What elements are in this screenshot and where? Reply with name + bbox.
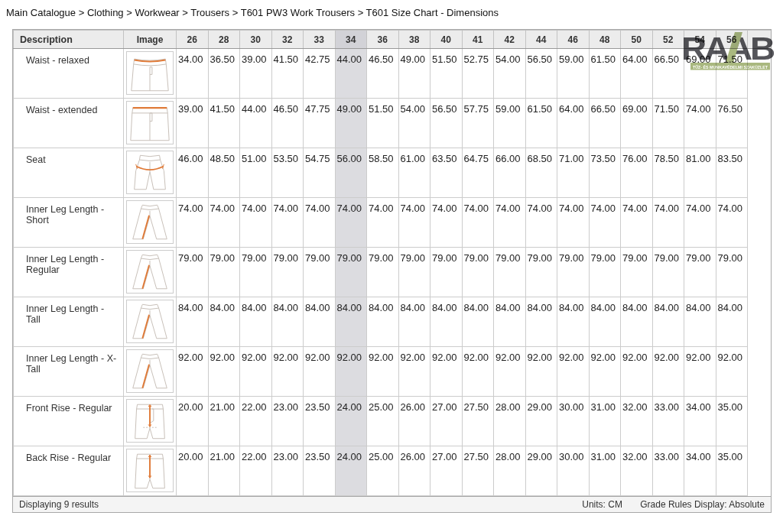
size-value-cell: 92.00 <box>494 347 526 397</box>
size-chart-table: DescriptionImage262830323334363840414244… <box>13 30 771 496</box>
breadcrumb-segment[interactable]: Clothing <box>87 7 124 18</box>
measurement-description: Inner Leg Length - Tall <box>14 297 124 347</box>
size-column-header-33[interactable]: 33 <box>304 31 336 49</box>
size-value-cell: 69.00 <box>621 99 653 148</box>
size-value-cell: 23.00 <box>271 397 304 446</box>
size-value-cell: 34.00 <box>684 446 716 496</box>
size-value-cell: 83.50 <box>716 148 748 198</box>
size-value-cell: 79.00 <box>684 248 716 297</box>
size-column-header-44[interactable]: 44 <box>525 31 557 49</box>
size-column-header-48[interactable]: 48 <box>589 31 621 49</box>
breadcrumb-segment[interactable]: Main Catalogue <box>6 7 76 18</box>
size-value-cell: 69.00 <box>684 49 716 99</box>
size-column-header-52[interactable]: 52 <box>652 31 684 49</box>
front-rise-diagram <box>126 399 174 443</box>
size-value-cell: 56.50 <box>525 49 557 99</box>
measurement-description: Inner Leg Length - X-Tall <box>14 347 124 397</box>
size-column-header-46[interactable]: 46 <box>557 31 590 49</box>
size-value-cell: 34.00 <box>177 49 209 99</box>
inner-leg-diagram <box>126 250 174 294</box>
size-column-header-36[interactable]: 36 <box>367 31 399 49</box>
size-column-header-38[interactable]: 38 <box>398 31 430 49</box>
size-value-cell: 74.00 <box>430 198 463 248</box>
table-row: Back Rise - Regular 20.0021.0022.0023.00… <box>14 446 772 496</box>
size-value-cell: 71.50 <box>716 49 748 99</box>
grade-rules-label: Grade Rules Display: Absolute <box>640 499 765 510</box>
size-value-cell: 20.00 <box>177 446 209 496</box>
results-count: Displaying 9 results <box>19 499 99 510</box>
table-header-row: DescriptionImage262830323334363840414244… <box>14 31 772 49</box>
measurement-image-cell <box>124 198 177 248</box>
size-value-cell: 64.00 <box>557 99 590 148</box>
size-column-header-56[interactable]: 56 <box>716 31 748 49</box>
size-value-cell: 79.00 <box>304 248 336 297</box>
size-value-cell: 71.50 <box>652 99 684 148</box>
size-value-cell: 92.00 <box>240 347 272 397</box>
breadcrumb-separator: > <box>180 7 191 18</box>
waist-extended-diagram <box>126 101 174 144</box>
row-filler-cell <box>748 248 772 297</box>
size-value-cell: 63.50 <box>430 148 463 198</box>
size-value-cell: 84.00 <box>367 297 399 347</box>
size-column-header-41[interactable]: 41 <box>462 31 494 49</box>
size-value-cell: 33.00 <box>652 397 684 446</box>
size-value-cell: 79.00 <box>494 248 526 297</box>
size-value-cell: 92.00 <box>398 347 430 397</box>
size-column-header-34[interactable]: 34 <box>335 31 367 49</box>
size-value-cell: 41.50 <box>271 49 304 99</box>
size-column-header-26[interactable]: 26 <box>177 31 209 49</box>
size-value-cell: 68.50 <box>525 148 557 198</box>
inner-leg-diagram <box>126 349 174 393</box>
size-value-cell: 35.00 <box>716 446 748 496</box>
size-column-header-42[interactable]: 42 <box>494 31 526 49</box>
size-value-cell: 31.00 <box>589 446 621 496</box>
inner-leg-diagram <box>126 300 174 343</box>
breadcrumb-segment[interactable]: Trousers <box>190 7 229 18</box>
size-value-cell: 84.00 <box>494 297 526 347</box>
table-footer: Displaying 9 results Units: CM Grade Rul… <box>13 496 771 512</box>
size-value-cell: 64.75 <box>462 148 494 198</box>
size-value-cell: 84.00 <box>652 297 684 347</box>
size-value-cell: 84.00 <box>208 297 240 347</box>
size-value-cell: 32.00 <box>621 446 653 496</box>
size-value-cell: 58.50 <box>367 148 399 198</box>
size-column-header-50[interactable]: 50 <box>621 31 653 49</box>
size-value-cell: 74.00 <box>716 198 748 248</box>
size-value-cell: 92.00 <box>367 347 399 397</box>
size-value-cell: 26.00 <box>398 446 430 496</box>
table-row: Waist - extended 39.0041.5044.0046.5047.… <box>14 99 772 148</box>
breadcrumb-segment[interactable]: T601 Size Chart - Dimensions <box>366 7 499 18</box>
breadcrumb-separator: > <box>355 7 366 18</box>
size-value-cell: 92.00 <box>271 347 304 397</box>
size-column-header-28[interactable]: 28 <box>208 31 240 49</box>
size-value-cell: 27.00 <box>430 397 463 446</box>
size-value-cell: 92.00 <box>716 347 748 397</box>
breadcrumb-segment[interactable]: T601 PW3 Work Trousers <box>241 7 355 18</box>
size-value-cell: 84.00 <box>557 297 590 347</box>
waist-relaxed-diagram <box>126 51 174 95</box>
size-column-header-40[interactable]: 40 <box>430 31 463 49</box>
size-value-cell: 54.75 <box>304 148 336 198</box>
size-value-cell: 84.00 <box>335 297 367 347</box>
size-value-cell: 46.00 <box>177 148 209 198</box>
size-value-cell: 74.00 <box>621 198 653 248</box>
size-column-header-30[interactable]: 30 <box>240 31 272 49</box>
size-value-cell: 51.00 <box>240 148 272 198</box>
size-value-cell: 51.50 <box>367 99 399 148</box>
image-column-header: Image <box>124 31 177 49</box>
size-value-cell: 74.00 <box>208 198 240 248</box>
row-filler-cell <box>748 397 772 446</box>
size-value-cell: 28.00 <box>494 397 526 446</box>
breadcrumb-segment[interactable]: Workwear <box>135 7 179 18</box>
measurement-description: Waist - extended <box>14 99 124 148</box>
size-value-cell: 27.50 <box>462 446 494 496</box>
size-column-header-32[interactable]: 32 <box>271 31 304 49</box>
size-value-cell: 84.00 <box>398 297 430 347</box>
size-value-cell: 26.00 <box>398 397 430 446</box>
size-value-cell: 92.00 <box>304 347 336 397</box>
table-row: Inner Leg Length - Regular 79.0079.0079.… <box>14 248 772 297</box>
size-value-cell: 54.00 <box>494 49 526 99</box>
size-value-cell: 84.00 <box>525 297 557 347</box>
size-column-header-54[interactable]: 54 <box>684 31 716 49</box>
size-value-cell: 27.00 <box>430 446 463 496</box>
